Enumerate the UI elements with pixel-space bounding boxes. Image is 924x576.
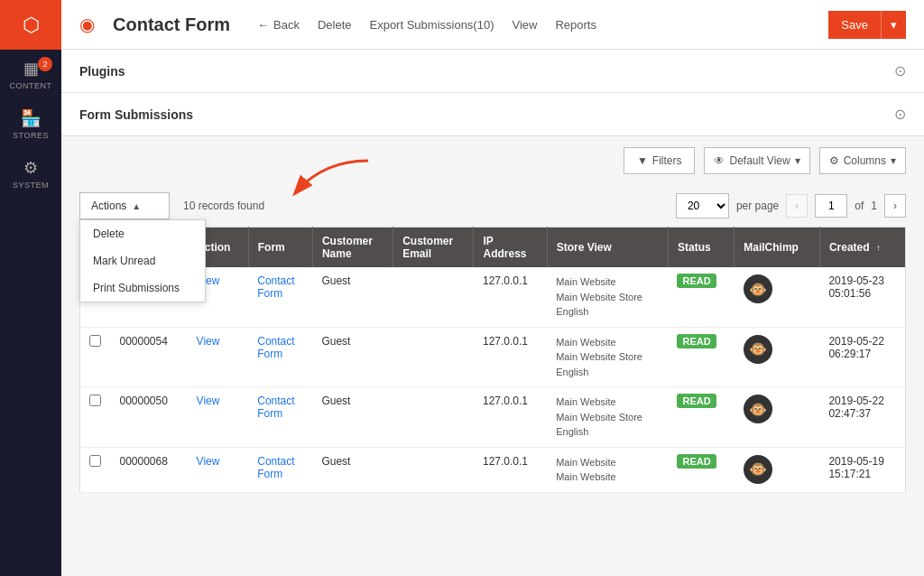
row-store-view: Main WebsiteMain Website StoreEnglish [547, 327, 668, 387]
form-link[interactable]: ContactForm [257, 335, 294, 360]
plugins-toggle-icon: ⊙ [894, 62, 906, 79]
stores-icon: 🏪 [21, 108, 41, 128]
view-link[interactable]: View [197, 455, 220, 468]
row-checkbox[interactable] [89, 335, 101, 347]
delete-action-item[interactable]: Delete [80, 220, 205, 247]
page-of-label: of [855, 200, 864, 212]
sidebar-stores-label: STORES [13, 131, 49, 140]
row-ip-address: 127.0.0.1 [474, 387, 547, 448]
export-button[interactable]: Export Submissions(10) [369, 18, 494, 32]
eye-icon: 👁 [714, 154, 725, 167]
row-customer-email [393, 327, 474, 387]
row-customer-email [393, 267, 474, 327]
sections-wrapper: Plugins ⊙ Form Submissions ⊙ ▼ Filters 👁… [61, 50, 924, 511]
form-submissions-section-header[interactable]: Form Submissions ⊙ [61, 93, 924, 136]
th-ip-address: IPAddress [474, 228, 547, 268]
row-ip-address: 127.0.0.1 [474, 447, 547, 492]
sort-arrow-icon: ↑ [876, 243, 881, 253]
logo-icon: ⬡ [23, 14, 40, 37]
mailchimp-icon: 🐵 [744, 455, 772, 484]
per-page-select[interactable]: 20 50 100 [676, 193, 729, 218]
prev-page-button[interactable]: ‹ [786, 194, 808, 218]
row-status: READ [668, 387, 734, 448]
mailchimp-icon: 🐵 [744, 274, 772, 303]
row-id: 00000050 [111, 387, 188, 448]
form-link[interactable]: ContactForm [257, 455, 294, 480]
content-icon: ▦ [23, 59, 39, 79]
plugins-section-header[interactable]: Plugins ⊙ [61, 50, 924, 93]
save-dropdown-button[interactable]: ▾ [882, 11, 906, 39]
th-mailchimp: MailChimp [735, 228, 820, 268]
print-submissions-action-item[interactable]: Print Submissions [80, 274, 205, 302]
row-mailchimp: 🐵 [735, 267, 820, 327]
form-submissions-toggle-icon: ⊙ [894, 106, 906, 123]
filter-icon: ▼ [637, 154, 648, 167]
form-link[interactable]: ContactForm [257, 274, 294, 300]
page-number-input[interactable] [815, 194, 847, 218]
store-view-text: Main WebsiteMain Website StoreEnglish [556, 274, 659, 320]
view-button[interactable]: View [512, 18, 537, 32]
back-button[interactable]: ← Back [257, 18, 300, 32]
actions-label: Actions [91, 200, 126, 212]
row-ip-address: 127.0.0.1 [474, 327, 547, 387]
view-link[interactable]: View [197, 335, 220, 348]
th-status: Status [668, 228, 734, 268]
store-view-text: Main WebsiteMain Website [556, 455, 659, 485]
row-checkbox[interactable] [89, 455, 101, 467]
sidebar-system-label: SYSTEM [13, 181, 49, 190]
pagination-controls: 20 50 100 per page ‹ of 1 › [676, 193, 906, 218]
row-checkbox-cell [80, 387, 111, 448]
reports-button[interactable]: Reports [555, 18, 596, 32]
row-form: ContactForm [248, 267, 312, 327]
delete-button[interactable]: Delete [318, 18, 352, 32]
toolbar: ▼ Filters 👁 Default View ▾ ⚙ Columns ▾ [61, 136, 924, 185]
gear-icon: ⚙ [829, 154, 839, 167]
header: ◉ Contact Form ← Back Delete Export Subm… [61, 0, 924, 50]
table-row: 00000068 View ContactForm Guest 127.0.0.… [80, 447, 906, 492]
row-created: 2019-05-1915:17:21 [819, 447, 905, 492]
next-page-button[interactable]: › [884, 194, 906, 218]
save-button-group: Save ▾ [828, 11, 906, 39]
th-created[interactable]: Created ↑ [819, 228, 905, 268]
sidebar-logo: ⬡ [0, 0, 61, 50]
row-checkbox[interactable] [89, 395, 101, 406]
row-customer-name: Guest [312, 387, 393, 448]
row-customer-name: Guest [312, 447, 393, 492]
view-link[interactable]: View [197, 395, 220, 407]
back-arrow-icon: ← [257, 18, 269, 32]
page-title: Contact Form [113, 14, 230, 35]
form-link[interactable]: ContactForm [257, 395, 294, 420]
form-status-icon: ◉ [79, 14, 95, 35]
sidebar-item-system[interactable]: ⚙ SYSTEM [0, 149, 61, 199]
table-container: Actions ▲ Delete Mark Unread [61, 185, 924, 511]
row-store-view: Main WebsiteMain Website StoreEnglish [547, 387, 668, 448]
columns-button[interactable]: ⚙ Columns ▾ [819, 147, 906, 174]
row-customer-name: Guest [312, 327, 393, 387]
mailchimp-icon: 🐵 [744, 335, 772, 364]
row-mailchimp: 🐵 [735, 387, 820, 448]
row-store-view: Main WebsiteMain Website [547, 447, 668, 492]
save-main-button[interactable]: Save [828, 11, 882, 39]
row-form: ContactForm [248, 387, 312, 448]
row-created: 2019-05-2202:47:37 [819, 387, 905, 448]
sidebar-item-content[interactable]: ▦ CONTENT 2 [0, 50, 61, 99]
status-badge: READ [677, 274, 716, 288]
columns-dropdown-icon: ▾ [891, 154, 896, 167]
filters-button[interactable]: ▼ Filters [624, 147, 696, 174]
table-row: 00000054 View ContactForm Guest 127.0.0.… [80, 327, 906, 387]
status-badge: READ [677, 454, 716, 469]
main-area: ◉ Contact Form ← Back Delete Export Subm… [61, 0, 924, 576]
row-checkbox-cell [80, 327, 111, 387]
actions-button[interactable]: Actions ▲ [79, 192, 170, 219]
sidebar: ⬡ ▦ CONTENT 2 🏪 STORES ⚙ SYSTEM [0, 0, 61, 576]
print-submissions-label: Print Submissions [93, 282, 180, 294]
row-ip-address: 127.0.0.1 [474, 267, 547, 327]
th-store-view: Store View [547, 228, 668, 268]
actions-dropdown-menu: Delete Mark Unread Print Submissions [79, 219, 206, 302]
records-count: 10 records found [183, 200, 264, 212]
mark-unread-action-item[interactable]: Mark Unread [80, 247, 205, 274]
status-badge: READ [677, 334, 716, 348]
view-selector-button[interactable]: 👁 Default View ▾ [704, 147, 809, 174]
row-id: 00000068 [111, 447, 188, 492]
sidebar-item-stores[interactable]: 🏪 STORES [0, 99, 61, 149]
